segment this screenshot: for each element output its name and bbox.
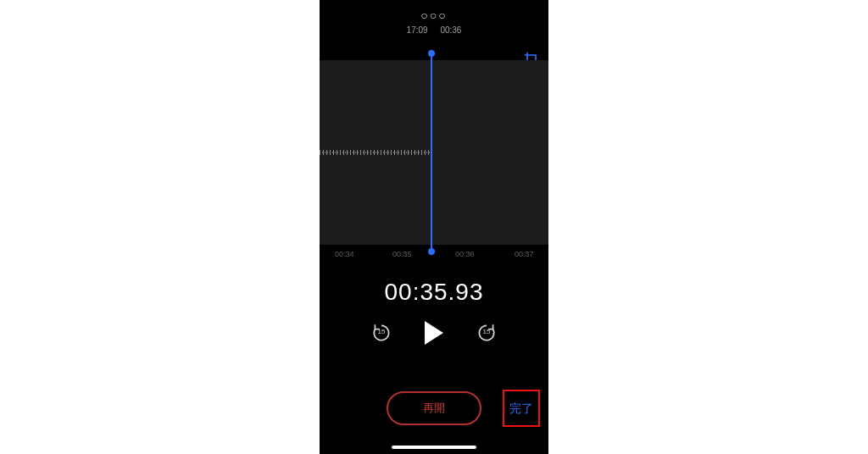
timeline-ticks: 00:34 00:35 00:36 00:37 <box>320 245 548 263</box>
done-highlight-box: 完了 <box>503 390 540 427</box>
tick-label: 00:36 <box>455 250 475 258</box>
done-button[interactable]: 完了 <box>504 391 538 425</box>
clock-time: 17:09 <box>407 25 428 35</box>
current-time-display: 00:35.93 <box>320 279 548 306</box>
resume-record-button[interactable]: 再開 <box>387 391 481 425</box>
tick-label: 00:35 <box>392 250 412 258</box>
tick-label: 00:34 <box>335 250 354 258</box>
play-icon <box>425 321 443 345</box>
bottom-bar: 再開 完了 <box>320 391 548 429</box>
home-indicator[interactable] <box>392 446 476 449</box>
skip-back-button[interactable]: 15 <box>370 322 392 344</box>
recording-duration: 00:36 <box>440 25 461 35</box>
skip-forward-button[interactable]: 15 <box>476 322 498 344</box>
playhead-cursor[interactable] <box>431 53 432 252</box>
header: ○○○ 17:09 00:36 <box>320 0 548 35</box>
tick-label: 00:37 <box>515 250 534 258</box>
skip-seconds-label: 15 <box>370 328 392 335</box>
waveform <box>320 150 430 155</box>
resume-label: 再開 <box>423 401 445 416</box>
waveform-area[interactable] <box>320 60 548 245</box>
recording-title-dots: ○○○ <box>320 8 548 22</box>
skip-seconds-label: 15 <box>476 328 498 335</box>
play-button[interactable] <box>425 321 443 345</box>
header-times: 17:09 00:36 <box>320 25 548 35</box>
voice-memo-edit-screen: ○○○ 17:09 00:36 00:34 00:35 00:36 00:37 … <box>320 0 548 454</box>
playback-controls: 15 15 <box>320 321 548 345</box>
